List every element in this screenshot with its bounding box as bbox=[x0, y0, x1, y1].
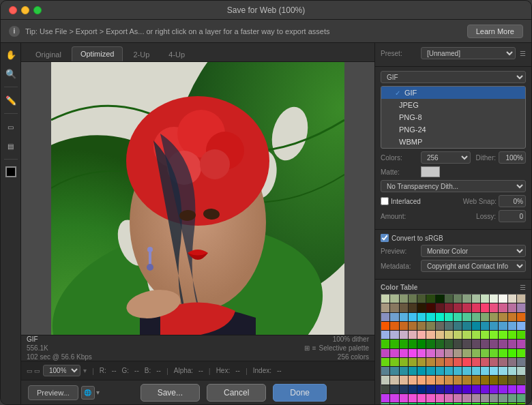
color-cell[interactable] bbox=[390, 340, 398, 348]
color-cell[interactable] bbox=[445, 313, 453, 321]
color-cell[interactable] bbox=[400, 394, 408, 402]
color-cell[interactable] bbox=[481, 313, 489, 321]
color-cell[interactable] bbox=[417, 385, 426, 393]
color-cell[interactable] bbox=[409, 322, 417, 330]
color-cell[interactable] bbox=[481, 367, 489, 375]
color-cell[interactable] bbox=[472, 367, 480, 375]
color-cell[interactable] bbox=[517, 295, 525, 303]
color-cell[interactable] bbox=[381, 385, 389, 393]
color-cell[interactable] bbox=[454, 322, 462, 330]
color-cell[interactable] bbox=[454, 358, 462, 366]
color-cell[interactable] bbox=[409, 303, 417, 312]
color-cell[interactable] bbox=[426, 303, 434, 312]
color-cell[interactable] bbox=[381, 376, 389, 384]
color-cell[interactable] bbox=[517, 376, 525, 384]
color-cell[interactable] bbox=[462, 385, 471, 393]
color-cell[interactable] bbox=[409, 367, 417, 375]
color-cell[interactable] bbox=[481, 403, 489, 404]
color-cell[interactable] bbox=[445, 358, 453, 366]
color-cell[interactable] bbox=[417, 340, 426, 348]
color-cell[interactable] bbox=[400, 295, 408, 303]
color-cell[interactable] bbox=[417, 358, 426, 366]
color-cell[interactable] bbox=[508, 358, 516, 366]
color-cell[interactable] bbox=[426, 394, 434, 402]
color-cell[interactable] bbox=[417, 295, 426, 303]
slice-tool[interactable]: ▭ bbox=[3, 119, 18, 134]
color-cell[interactable] bbox=[517, 358, 525, 366]
color-cell[interactable] bbox=[481, 385, 489, 393]
color-cell[interactable] bbox=[426, 340, 434, 348]
color-cell[interactable] bbox=[445, 303, 453, 312]
color-cell[interactable] bbox=[390, 367, 398, 375]
color-cell[interactable] bbox=[390, 303, 398, 312]
color-cell[interactable] bbox=[400, 385, 408, 393]
color-cell[interactable] bbox=[417, 349, 426, 357]
format-option-jpeg[interactable]: JPEG bbox=[381, 99, 525, 111]
color-cell[interactable] bbox=[445, 331, 453, 339]
color-cell[interactable] bbox=[445, 376, 453, 384]
color-cell[interactable] bbox=[381, 303, 389, 312]
hand-tool[interactable]: ✋ bbox=[3, 47, 18, 62]
color-cell[interactable] bbox=[436, 322, 444, 330]
color-cell[interactable] bbox=[436, 358, 444, 366]
color-cell[interactable] bbox=[462, 394, 471, 402]
color-cell[interactable] bbox=[499, 376, 507, 384]
color-cell[interactable] bbox=[445, 394, 453, 402]
format-option-png8[interactable]: PNG-8 bbox=[381, 111, 525, 123]
color-cell[interactable] bbox=[481, 394, 489, 402]
color-cell[interactable] bbox=[426, 331, 434, 339]
format-option-gif[interactable]: ✓ GIF bbox=[381, 87, 525, 99]
color-cell[interactable] bbox=[390, 313, 398, 321]
color-cell[interactable] bbox=[436, 367, 444, 375]
color-cell[interactable] bbox=[426, 349, 434, 357]
color-cell[interactable] bbox=[409, 331, 417, 339]
cancel-button[interactable]: Cancel bbox=[207, 384, 266, 402]
color-cell[interactable] bbox=[436, 403, 444, 404]
color-cell[interactable] bbox=[508, 403, 516, 404]
color-cell[interactable] bbox=[454, 313, 462, 321]
color-cell[interactable] bbox=[499, 367, 507, 375]
interlaced-checkbox[interactable] bbox=[381, 197, 389, 205]
maximize-button[interactable] bbox=[33, 6, 42, 14]
color-cell[interactable] bbox=[400, 367, 408, 375]
minimize-button[interactable] bbox=[21, 6, 29, 14]
zoom-select[interactable]: 100% 50% 200% bbox=[43, 365, 80, 376]
matte-color-swatch[interactable] bbox=[421, 166, 440, 177]
color-cell[interactable] bbox=[426, 385, 434, 393]
color-cell[interactable] bbox=[400, 303, 408, 312]
color-cell[interactable] bbox=[472, 340, 480, 348]
color-cell[interactable] bbox=[400, 313, 408, 321]
color-cell[interactable] bbox=[472, 394, 480, 402]
color-cell[interactable] bbox=[454, 394, 462, 402]
color-cell[interactable] bbox=[454, 295, 462, 303]
color-cell[interactable] bbox=[400, 331, 408, 339]
preview-select[interactable]: Monitor Color bbox=[421, 245, 526, 257]
color-cell[interactable] bbox=[490, 295, 498, 303]
color-cell[interactable] bbox=[445, 340, 453, 348]
color-cell[interactable] bbox=[436, 394, 444, 402]
color-cell[interactable] bbox=[517, 331, 525, 339]
color-cell[interactable] bbox=[409, 340, 417, 348]
color-cell[interactable] bbox=[436, 313, 444, 321]
color-cell[interactable] bbox=[381, 313, 389, 321]
color-cell[interactable] bbox=[462, 403, 471, 404]
color-cell[interactable] bbox=[417, 403, 426, 404]
color-cell[interactable] bbox=[462, 349, 471, 357]
tab-original[interactable]: Original bbox=[27, 47, 70, 61]
color-cell[interactable] bbox=[462, 376, 471, 384]
color-cell[interactable] bbox=[490, 358, 498, 366]
color-cell[interactable] bbox=[390, 295, 398, 303]
color-cell[interactable] bbox=[426, 403, 434, 404]
color-cell[interactable] bbox=[436, 295, 444, 303]
color-cell[interactable] bbox=[462, 295, 471, 303]
color-cell[interactable] bbox=[472, 358, 480, 366]
color-cell[interactable] bbox=[490, 385, 498, 393]
color-cell[interactable] bbox=[436, 303, 444, 312]
color-cell[interactable] bbox=[454, 385, 462, 393]
color-cell[interactable] bbox=[409, 385, 417, 393]
color-cell[interactable] bbox=[445, 385, 453, 393]
color-cell[interactable] bbox=[390, 403, 398, 404]
color-cell[interactable] bbox=[381, 340, 389, 348]
color-cell[interactable] bbox=[499, 394, 507, 402]
color-cell[interactable] bbox=[445, 295, 453, 303]
